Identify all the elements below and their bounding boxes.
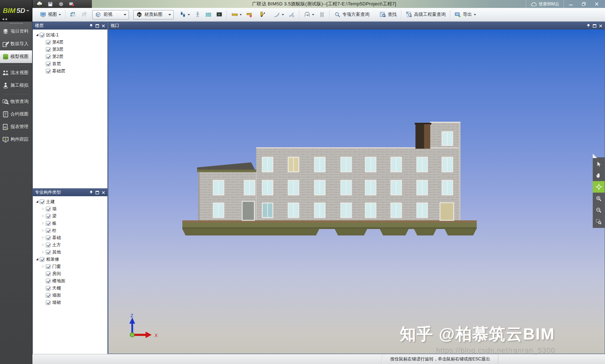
tree-checkbox[interactable] bbox=[46, 62, 50, 66]
tree-item[interactable]: ◢区域-1 bbox=[33, 31, 107, 39]
tree-checkbox[interactable] bbox=[46, 228, 50, 233]
sidebar-item-model[interactable]: 模型视图 bbox=[0, 50, 32, 63]
tree-item[interactable]: ▷板 bbox=[33, 220, 107, 227]
minimize-button[interactable] bbox=[565, 0, 577, 8]
tree-item[interactable]: 第4层 bbox=[33, 39, 107, 46]
tree-item[interactable]: 第3层 bbox=[33, 46, 107, 53]
tree-expander-icon[interactable]: ▷ bbox=[41, 234, 46, 241]
tree-expander-icon[interactable]: ▷ bbox=[41, 227, 46, 234]
pan-hand-button[interactable] bbox=[593, 170, 605, 181]
viewport-display-button[interactable] bbox=[214, 9, 224, 20]
exit-screen-icon[interactable] bbox=[68, 1, 75, 7]
tree-item[interactable]: ▷墙 bbox=[33, 205, 107, 212]
tree-checkbox[interactable] bbox=[46, 243, 50, 247]
tree-checkbox[interactable] bbox=[46, 235, 50, 240]
sidebar-item-contract[interactable]: 合约视图 bbox=[0, 108, 32, 121]
tree-expander-icon[interactable]: ◢ bbox=[35, 31, 40, 39]
walkthrough-button[interactable] bbox=[192, 9, 203, 20]
crane-button[interactable] bbox=[79, 9, 89, 20]
tree-expander-icon[interactable]: ▷ bbox=[41, 241, 46, 248]
view-direction-dropdown[interactable]: 前视 bbox=[92, 10, 129, 19]
tree-checkbox[interactable] bbox=[40, 199, 44, 204]
measure-angle-button[interactable] bbox=[257, 9, 268, 20]
find-button[interactable]: 查找 bbox=[377, 9, 399, 20]
tree-item[interactable]: 首层 bbox=[33, 60, 107, 67]
tree-checkbox[interactable] bbox=[40, 33, 44, 37]
save-icon[interactable] bbox=[47, 1, 53, 7]
arc-door-button[interactable] bbox=[302, 9, 316, 20]
tree-checkbox[interactable] bbox=[46, 271, 50, 276]
tree-item[interactable]: ▷土方 bbox=[33, 241, 107, 248]
tree-checkbox[interactable] bbox=[46, 40, 50, 45]
tree-checkbox[interactable] bbox=[46, 69, 50, 73]
tree-item[interactable]: 第2层 bbox=[33, 53, 107, 60]
view-button[interactable]: 视图 bbox=[37, 9, 63, 20]
tree-checkbox[interactable] bbox=[46, 293, 50, 298]
tree-checkbox[interactable] bbox=[46, 47, 50, 52]
tree-item[interactable]: 基础层 bbox=[33, 67, 107, 75]
tree-item[interactable]: 天棚 bbox=[33, 284, 107, 292]
tree-item[interactable]: 房间 bbox=[33, 270, 107, 277]
scaffold-button[interactable] bbox=[316, 9, 327, 20]
sidebar-item-track[interactable]: 构件跟踪 bbox=[0, 133, 32, 146]
section-settings-button[interactable] bbox=[286, 9, 297, 20]
tree-expander-icon[interactable]: ▷ bbox=[41, 212, 46, 220]
special-plan-query-button[interactable]: 专项方案查询 bbox=[332, 9, 372, 20]
tree-expander-icon[interactable]: ▷ bbox=[41, 205, 46, 212]
material-map-dropdown[interactable]: 材质贴图 bbox=[133, 10, 174, 19]
tree-item[interactable]: ▷基础 bbox=[33, 234, 107, 241]
sidebar-grip[interactable] bbox=[10, 23, 23, 24]
tree-expander-icon[interactable]: ◢ bbox=[35, 198, 40, 205]
tree-item[interactable]: ▷梁 bbox=[33, 212, 107, 220]
maximize-icon[interactable] bbox=[95, 190, 99, 194]
roam-button[interactable] bbox=[177, 9, 192, 20]
section-cut-button[interactable] bbox=[271, 9, 286, 20]
wall-display-button[interactable] bbox=[203, 9, 214, 20]
close-icon[interactable] bbox=[101, 190, 105, 194]
tree-expander-icon[interactable]: ◢ bbox=[35, 256, 40, 263]
tree-item[interactable]: 墙裙 bbox=[33, 299, 107, 306]
sidebar-item-flow[interactable]: 流水视图 bbox=[0, 67, 32, 79]
measure-distance-button[interactable] bbox=[229, 9, 244, 20]
tree-checkbox[interactable] bbox=[46, 54, 50, 59]
tree-checkbox[interactable] bbox=[46, 214, 50, 219]
sidebar-item-import[interactable]: 数据导入 bbox=[0, 38, 32, 50]
restore-button[interactable] bbox=[578, 0, 590, 8]
pin-icon[interactable] bbox=[89, 190, 93, 194]
tree-checkbox[interactable] bbox=[46, 250, 50, 255]
tree-checkbox[interactable] bbox=[46, 286, 50, 291]
tree-item[interactable]: ▷其他 bbox=[33, 248, 107, 256]
collapse-sidebar-icon[interactable]: ◄◄ bbox=[1, 17, 7, 21]
maximize-icon[interactable] bbox=[95, 24, 99, 28]
settings-gear-icon[interactable] bbox=[58, 1, 64, 7]
3d-canvas[interactable]: Z X 知乎 @柏慕筑云BIM bbox=[108, 30, 605, 354]
cloud-upload-icon[interactable] bbox=[36, 1, 43, 7]
tree-checkbox[interactable] bbox=[46, 221, 50, 226]
sidebar-item-books[interactable]: 项目资料 bbox=[0, 25, 32, 38]
tree-item[interactable]: ◢粗装修 bbox=[33, 256, 107, 263]
sidebar-item-search[interactable]: 物资查询 bbox=[0, 95, 32, 108]
tree-checkbox[interactable] bbox=[46, 300, 50, 305]
tree-checkbox[interactable] bbox=[46, 279, 50, 283]
tree-checkbox[interactable] bbox=[46, 207, 50, 211]
tree-item[interactable]: 楼地面 bbox=[33, 277, 107, 284]
pin-icon[interactable] bbox=[89, 24, 93, 28]
tree-checkbox[interactable] bbox=[40, 257, 44, 262]
zoom-in-button[interactable] bbox=[593, 193, 605, 204]
tree-item[interactable]: ◢土建 bbox=[33, 198, 107, 205]
pin-icon[interactable] bbox=[586, 24, 590, 28]
close-icon[interactable] bbox=[599, 24, 602, 28]
tree-item[interactable]: ▷柱 bbox=[33, 227, 107, 234]
close-icon[interactable] bbox=[101, 24, 105, 28]
sidebar-item-sim[interactable]: 施工模拟 bbox=[0, 79, 32, 92]
sidebar-item-report[interactable]: 报表管理 bbox=[0, 121, 32, 133]
tree-expander-icon[interactable]: ▷ bbox=[41, 248, 46, 256]
grid-axis-button[interactable] bbox=[68, 9, 79, 20]
zoom-window-button[interactable] bbox=[593, 216, 605, 227]
tree-item[interactable]: ▷门窗 bbox=[33, 263, 107, 270]
export-button[interactable]: 导出 bbox=[453, 9, 478, 20]
orbit-rotate-button[interactable] bbox=[593, 181, 605, 193]
clear-measure-button[interactable] bbox=[244, 9, 255, 20]
bim5d-logo[interactable]: BIM 5D ◄◄ bbox=[0, 0, 32, 22]
maximize-icon[interactable] bbox=[592, 24, 596, 28]
